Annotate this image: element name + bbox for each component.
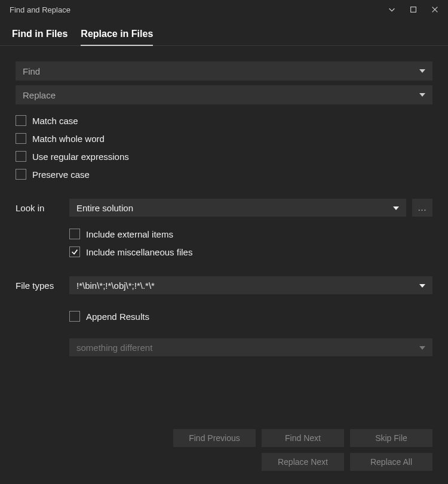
- checkbox-icon[interactable]: [16, 169, 26, 180]
- svg-rect-0: [411, 7, 416, 13]
- look-in-label: Look in: [16, 203, 69, 213]
- svg-marker-6: [419, 284, 425, 288]
- checkbox-icon[interactable]: [69, 311, 80, 322]
- file-types-select[interactable]: !*\bin\*;!*\obj\*;!*\.*\*: [69, 276, 432, 294]
- tab-bar: Find in Files Replace in Files: [0, 19, 448, 46]
- maximize-icon[interactable]: [405, 1, 422, 18]
- close-icon[interactable]: [426, 1, 443, 18]
- checkbox-icon[interactable]: [16, 133, 26, 144]
- svg-marker-7: [419, 346, 425, 350]
- checkbox-icon[interactable]: [16, 151, 26, 162]
- chevron-down-icon: [419, 280, 425, 291]
- titlebar: Find and Replace: [0, 0, 448, 19]
- results-target-value: something different: [76, 343, 152, 353]
- chevron-down-icon: [419, 343, 425, 353]
- look-in-select[interactable]: Entire solution: [69, 199, 406, 217]
- replace-input[interactable]: [23, 90, 419, 100]
- find-previous-button[interactable]: Find Previous: [173, 429, 256, 447]
- use-regex-label: Use regular expressions: [32, 152, 129, 162]
- action-buttons: Find Previous Find Next Skip File Replac…: [173, 429, 432, 471]
- append-results-label: Append Results: [86, 312, 149, 322]
- find-next-button[interactable]: Find Next: [262, 429, 344, 447]
- replace-next-button[interactable]: Replace Next: [262, 453, 344, 471]
- include-external-label: Include external items: [86, 229, 173, 239]
- match-case-option[interactable]: Match case: [16, 115, 432, 126]
- window-controls: [383, 1, 443, 18]
- file-types-value: !*\bin\*;!*\obj\*;!*\.*\*: [76, 280, 155, 291]
- checkbox-icon[interactable]: [69, 229, 80, 239]
- file-types-row: File types !*\bin\*;!*\obj\*;!*\.*\*: [16, 276, 432, 294]
- svg-marker-5: [393, 206, 399, 210]
- preserve-case-label: Preserve case: [32, 169, 90, 180]
- look-in-value: Entire solution: [76, 203, 133, 213]
- tab-replace-in-files[interactable]: Replace in Files: [81, 25, 153, 45]
- look-in-sub-options: Include external items Include miscellan…: [69, 229, 432, 257]
- tab-find-in-files[interactable]: Find in Files: [12, 25, 67, 45]
- use-regex-option[interactable]: Use regular expressions: [16, 151, 432, 162]
- content-area: Match case Match whole word Use regular …: [0, 46, 448, 362]
- chevron-down-icon: [393, 203, 399, 213]
- results-target-select[interactable]: something different: [69, 338, 432, 356]
- svg-marker-3: [419, 69, 425, 73]
- match-case-label: Match case: [32, 116, 78, 126]
- replace-input-container[interactable]: [16, 85, 432, 104]
- skip-file-button[interactable]: Skip File: [350, 429, 432, 447]
- checkbox-icon[interactable]: [69, 246, 80, 257]
- find-input-container[interactable]: [16, 61, 432, 81]
- chevron-down-icon[interactable]: [419, 66, 425, 76]
- replace-all-button[interactable]: Replace All: [350, 453, 432, 471]
- preserve-case-option[interactable]: Preserve case: [16, 169, 432, 180]
- match-whole-word-label: Match whole word: [32, 134, 105, 144]
- search-options: Match case Match whole word Use regular …: [16, 115, 432, 180]
- window-title: Find and Replace: [10, 5, 70, 14]
- include-misc-option[interactable]: Include miscellaneous files: [69, 246, 432, 257]
- checkbox-icon[interactable]: [16, 115, 26, 126]
- include-misc-label: Include miscellaneous files: [86, 247, 192, 257]
- append-results-block: Append Results something different: [69, 311, 432, 356]
- include-external-option[interactable]: Include external items: [69, 229, 432, 239]
- chevron-down-icon[interactable]: [419, 90, 425, 100]
- file-types-label: File types: [16, 280, 69, 291]
- browse-button[interactable]: ...: [412, 199, 432, 217]
- chevron-down-icon[interactable]: [383, 1, 400, 18]
- find-input[interactable]: [23, 66, 419, 76]
- svg-marker-4: [419, 93, 425, 97]
- look-in-row: Look in Entire solution ...: [16, 199, 432, 217]
- match-whole-word-option[interactable]: Match whole word: [16, 133, 432, 144]
- append-results-option[interactable]: Append Results: [69, 311, 432, 322]
